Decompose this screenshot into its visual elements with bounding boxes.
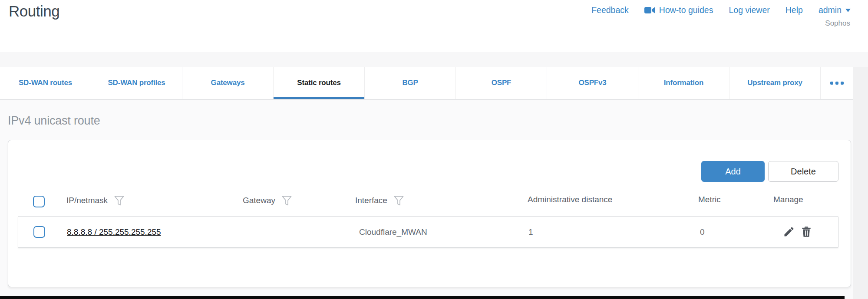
delete-button[interactable]: Delete xyxy=(768,161,838,182)
tab-static-routes[interactable]: Static routes xyxy=(274,67,365,99)
feedback-link[interactable]: Feedback xyxy=(591,5,629,15)
gateway-header-label: Gateway xyxy=(243,196,275,205)
column-header-admin-distance: Administrative distance xyxy=(528,195,612,204)
admin-menu[interactable]: admin xyxy=(818,5,851,15)
route-admin-distance-value: 1 xyxy=(528,227,533,237)
top-navigation: Feedback How-to guides Log viewer Help a… xyxy=(591,5,851,15)
admin-menu-label: admin xyxy=(818,5,842,15)
routes-panel: Add Delete IP/netmask Gateway Interface xyxy=(8,140,851,287)
tab-ospf[interactable]: OSPF xyxy=(456,67,547,99)
row-manage-actions xyxy=(783,226,812,238)
section-title: IPv4 unicast route xyxy=(8,114,100,128)
bottom-edge-bar xyxy=(0,296,845,299)
table-row: 8.8.8.8 / 255.255.255.255 Cloudflare_MWA… xyxy=(18,216,838,248)
edit-pencil-icon[interactable] xyxy=(783,226,795,238)
filter-icon[interactable] xyxy=(394,196,404,206)
tab-sdwan-routes[interactable]: SD-WAN routes xyxy=(0,67,91,99)
column-header-metric: Metric xyxy=(698,195,721,204)
header-divider-strip xyxy=(0,52,868,67)
tab-bar: SD-WAN routes SD-WAN profiles Gateways S… xyxy=(0,67,853,99)
add-button[interactable]: Add xyxy=(701,161,765,182)
table-header: IP/netmask Gateway Interface Administrat… xyxy=(8,185,851,216)
chevron-down-icon xyxy=(845,9,851,12)
tab-overflow-button[interactable] xyxy=(821,67,853,99)
tab-gateways[interactable]: Gateways xyxy=(182,67,274,99)
right-gutter xyxy=(853,67,868,299)
filter-icon[interactable] xyxy=(282,196,292,206)
content-area: IPv4 unicast route Add Delete IP/netmask… xyxy=(0,100,853,299)
tab-ospfv3[interactable]: OSPFv3 xyxy=(547,67,638,99)
howto-guides-label: How-to guides xyxy=(659,5,713,15)
route-metric-value: 0 xyxy=(700,227,705,237)
route-ip-netmask-link[interactable]: 8.8.8.8 / 255.255.255.255 xyxy=(67,227,161,237)
tab-bgp[interactable]: BGP xyxy=(365,67,456,99)
help-link[interactable]: Help xyxy=(785,5,803,15)
page-title: Routing xyxy=(9,3,59,20)
manage-header-label: Manage xyxy=(773,195,803,204)
column-header-interface: Interface xyxy=(355,195,404,206)
admin-distance-header-label: Administrative distance xyxy=(528,195,612,204)
interface-header-label: Interface xyxy=(355,196,387,205)
howto-guides-link[interactable]: How-to guides xyxy=(644,5,713,15)
log-viewer-link[interactable]: Log viewer xyxy=(729,5,769,15)
column-header-gateway: Gateway xyxy=(243,195,292,206)
tab-sdwan-profiles[interactable]: SD-WAN profiles xyxy=(91,67,182,99)
row-checkbox[interactable] xyxy=(33,226,45,238)
tab-information[interactable]: Information xyxy=(638,67,729,99)
brand-name: Sophos xyxy=(825,19,850,28)
route-interface-value: Cloudflare_MWAN xyxy=(359,227,427,237)
metric-header-label: Metric xyxy=(698,195,721,204)
select-all-checkbox[interactable] xyxy=(33,196,45,207)
video-camera-icon xyxy=(644,7,655,14)
column-header-manage: Manage xyxy=(773,195,803,204)
ip-netmask-header-label: IP/netmask xyxy=(66,196,108,205)
tab-upstream-proxy[interactable]: Upstream proxy xyxy=(729,67,821,99)
column-header-ip-netmask: IP/netmask xyxy=(66,195,124,206)
delete-trash-icon[interactable] xyxy=(801,226,812,238)
more-dots-icon xyxy=(830,82,844,85)
filter-icon[interactable] xyxy=(114,196,124,206)
